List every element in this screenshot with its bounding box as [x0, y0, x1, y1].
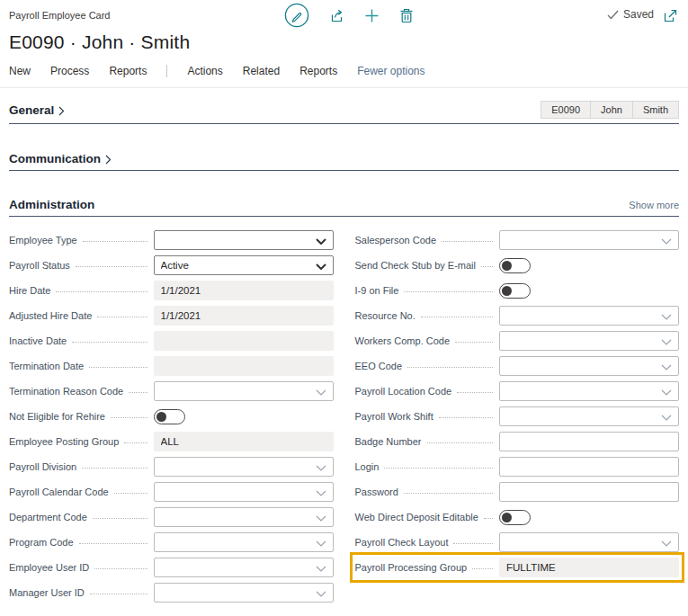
dotted-leader	[94, 568, 147, 569]
field-label: Send Check Stub by E-mail	[355, 260, 477, 271]
employee-user-id-combobox[interactable]	[154, 558, 334, 577]
show-more-link[interactable]: Show more	[629, 200, 679, 210]
chevron-down-icon	[661, 389, 672, 396]
field-row-payroll-calendar-code: Payroll Calendar Code	[9, 482, 334, 502]
salesperson-code-combobox[interactable]	[499, 230, 679, 250]
menu-related[interactable]: Related	[243, 65, 280, 77]
send-check-stub-by-e-mail-toggle[interactable]	[499, 258, 531, 273]
payroll-check-layout-combobox[interactable]	[499, 532, 679, 552]
field-row-resource-no: Resource No.	[355, 306, 680, 326]
dotted-leader	[111, 417, 147, 418]
menu-reports2[interactable]: Reports	[299, 65, 337, 77]
chevron-down-icon	[661, 339, 672, 345]
delete-button[interactable]	[399, 8, 414, 23]
field-label: Department Code	[9, 512, 87, 522]
menu-reports[interactable]: Reports	[109, 65, 147, 77]
chip-employee-no[interactable]: E0090	[541, 101, 591, 119]
section-communication-header[interactable]: Communication	[9, 152, 679, 165]
section-communication-rule	[9, 170, 679, 171]
field-row-send-check-stub-by-e-mail: Send Check Stub by E-mail	[355, 255, 680, 275]
field-label: Workers Comp. Code	[355, 335, 451, 346]
dotted-leader	[89, 367, 147, 368]
field-label: Manager User ID	[9, 587, 85, 598]
menu-process[interactable]: Process	[50, 65, 89, 77]
badge-number-input[interactable]	[499, 432, 679, 451]
eeo-code-combobox[interactable]	[499, 356, 679, 376]
field-label: Payroll Check Layout	[355, 537, 449, 548]
page-content: General E0090 John Smith Communication A…	[0, 101, 688, 217]
hire-date-field: 1/1/2021	[154, 281, 334, 300]
chevron-down-icon	[661, 415, 672, 421]
administration-form: Employee TypePayroll StatusActiveHire Da…	[0, 230, 688, 608]
field-label: Payroll Division	[9, 461, 76, 472]
field-row-adjusted-hire-date: Adjusted Hire Date1/1/2021	[9, 306, 334, 326]
dotted-leader	[453, 543, 493, 544]
chevron-down-icon	[316, 465, 326, 471]
inactive-date-field	[154, 331, 334, 351]
department-code-combobox[interactable]	[154, 507, 334, 527]
i-9-on-file-toggle[interactable]	[499, 283, 531, 299]
not-eligible-for-rehire-toggle[interactable]	[154, 409, 185, 424]
field-label: Badge Number	[355, 436, 422, 447]
section-general-header[interactable]: General E0090 John Smith	[9, 101, 679, 119]
field-label: Employee Posting Group	[9, 436, 119, 447]
field-label: Employee Type	[9, 235, 77, 246]
dotted-leader	[407, 367, 493, 368]
manager-user-id-combobox[interactable]	[154, 583, 334, 603]
menu-fewer-options[interactable]: Fewer options	[357, 65, 424, 77]
page-title: E0090 · John · Smith	[9, 31, 679, 53]
field-row-termination-date: Termination Date	[9, 356, 334, 376]
new-button[interactable]	[364, 8, 380, 23]
password-input[interactable]	[499, 482, 679, 502]
field-label: Payroll Location Code	[355, 386, 452, 397]
dotted-leader	[442, 241, 493, 242]
payroll-division-combobox[interactable]	[154, 457, 334, 477]
open-in-new-window-button[interactable]	[664, 9, 677, 26]
menu-actions[interactable]: Actions	[187, 65, 222, 77]
web-direct-deposit-editable-toggle[interactable]	[499, 510, 531, 525]
chip-last-name[interactable]: Smith	[633, 101, 679, 119]
field-row-employee-type: Employee Type	[9, 230, 334, 250]
field-row-eeo-code: EEO Code	[355, 356, 680, 376]
form-column-left: Employee TypePayroll StatusActiveHire Da…	[9, 230, 334, 608]
termination-reason-code-combobox[interactable]	[154, 381, 334, 401]
dotted-leader	[93, 518, 147, 519]
payroll-location-code-combobox[interactable]	[499, 381, 679, 401]
chevron-down-icon	[661, 540, 672, 547]
login-input[interactable]	[499, 457, 679, 477]
page: Payroll Employee Card	[0, 0, 688, 608]
field-label: Password	[355, 487, 398, 497]
edit-button[interactable]	[284, 3, 309, 28]
toggle-knob	[502, 261, 512, 271]
plus-icon	[364, 8, 380, 23]
dotted-leader	[404, 493, 493, 494]
field-value: FULLTIME	[506, 562, 556, 573]
workers-comp-code-combobox[interactable]	[499, 331, 679, 351]
menu-new[interactable]: New	[9, 65, 31, 77]
field-row-login: Login	[355, 457, 680, 477]
field-value: ALL	[161, 436, 179, 447]
resource-no-combobox[interactable]	[499, 306, 679, 326]
payroll-calendar-code-combobox[interactable]	[154, 482, 334, 502]
field-row-employee-posting-group: Employee Posting GroupALL	[9, 432, 334, 451]
program-code-combobox[interactable]	[154, 532, 334, 552]
quick-summary-chips: E0090 John Smith	[541, 101, 679, 119]
chip-first-name[interactable]: John	[591, 101, 633, 119]
dotted-leader	[455, 342, 493, 343]
control-cell	[499, 281, 679, 300]
field-label: Hire Date	[9, 285, 50, 296]
page-caption: Payroll Employee Card	[9, 10, 111, 21]
toggle-knob	[156, 412, 166, 422]
field-label: Web Direct Deposit Editable	[355, 512, 478, 522]
share-button[interactable]	[329, 8, 344, 23]
field-label: Employee User ID	[9, 562, 89, 573]
employee-type-select[interactable]	[154, 230, 334, 250]
section-administration-header[interactable]: Administration Show more	[9, 198, 679, 211]
field-row-payroll-work-shift: Payroll Work Shift	[355, 406, 680, 426]
payroll-status-select[interactable]: Active	[154, 255, 334, 275]
field-row-department-code: Department Code	[9, 507, 334, 527]
dotted-leader	[72, 342, 147, 343]
payroll-work-shift-combobox[interactable]	[499, 406, 679, 426]
field-row-workers-comp-code: Workers Comp. Code	[355, 331, 680, 351]
field-row-payroll-location-code: Payroll Location Code	[355, 381, 680, 401]
